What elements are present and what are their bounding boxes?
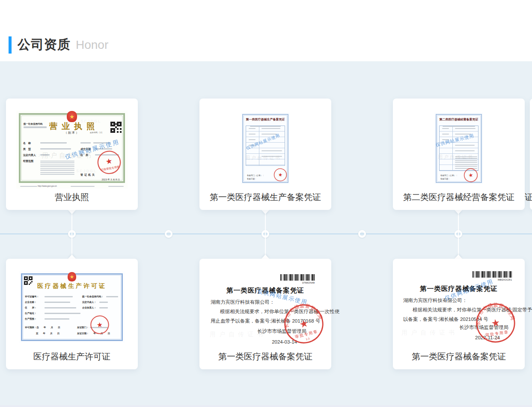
watermark-user: 用户自传证书 xyxy=(401,329,458,337)
card-connector-line xyxy=(458,210,459,259)
barcode-text: 07MION48 xyxy=(280,281,315,284)
field-address: 住 所： xyxy=(25,306,37,309)
official-seal: ★ 行政审批专用章 xyxy=(95,148,123,177)
certificate-image: 第二类医疗器械经营备案凭证 备案部门（公章）： 备案日期： ★ xyxy=(434,113,483,184)
card-business-license[interactable]: ★ 统一社会信用代码 营业执照 （副本） 副本编号：1-1 名 称 类 型 法定… xyxy=(6,99,138,210)
certificate-title: 第二类医疗器械经营备案凭证 xyxy=(434,117,483,122)
certificate-table xyxy=(439,126,479,171)
card-label: 第一类医疗器械备案凭证 xyxy=(393,351,525,362)
field-issuer: 发证部门： xyxy=(77,326,89,329)
connector-arrow-down xyxy=(68,210,76,214)
field-company: 企业名称： xyxy=(25,301,37,304)
license-title: 营业执照 xyxy=(16,121,128,132)
card-connector-line xyxy=(265,210,266,259)
svg-text:★: ★ xyxy=(468,172,473,179)
field-representative: 法定代表人： xyxy=(82,301,96,304)
field-scope-value xyxy=(40,159,74,176)
field-name-label: 名 称 xyxy=(23,141,31,145)
record-date-label: 备案日期： xyxy=(247,178,257,180)
header-accent-bar xyxy=(9,36,12,54)
timeline-node xyxy=(165,230,172,238)
license-footer: http://www.gsxt.gov.cn xyxy=(20,185,124,187)
barcode-icon xyxy=(473,271,512,278)
svg-text:★: ★ xyxy=(105,156,113,166)
section-header: 公司资质 Honor xyxy=(9,36,108,54)
card-partial-next[interactable]: 证 xyxy=(530,99,532,210)
company-line: 湖南力宾医疗科技有限公司： xyxy=(211,299,275,305)
field-status-label-blur xyxy=(80,142,91,144)
card-class1-record-2024[interactable]: 07MION48 第一类医疗器械备案凭证 湖南力宾医疗科技有限公司： 根据相关法… xyxy=(199,259,331,369)
watermark-user: 用户自传证书 xyxy=(210,331,266,338)
business-license-image: ★ 统一社会信用代码 营业执照 （副本） 副本编号：1-1 名 称 类 型 法定… xyxy=(16,111,128,189)
connector-arrow-up xyxy=(262,254,269,259)
connector-arrow-down xyxy=(455,210,462,214)
card-label: 证 xyxy=(525,192,532,203)
official-seal: ★ xyxy=(272,167,288,183)
certificate-image: 第一类医疗器械生产备案凭证 备案部门（公章）： 备案日期： ★ xyxy=(241,113,290,184)
svg-text:★: ★ xyxy=(490,317,501,329)
national-emblem-icon: ★ xyxy=(67,111,77,122)
issue-date: 2023 年 3 月 8 日 xyxy=(102,178,120,181)
card-class2-operation-record[interactable]: 第二类医疗器械经营备案凭证 备案部门（公章）： 备案日期： ★ xyxy=(393,99,525,210)
section-divider xyxy=(0,405,532,407)
official-seal: ★ xyxy=(89,314,111,336)
field-name-value xyxy=(40,142,67,144)
page: 公司资质 Honor ★ 统一社会信用代码 营业执照 （副本） xyxy=(0,0,532,407)
record-date-label: 备案日期： xyxy=(440,178,450,180)
field-license-no: 许可证编号： xyxy=(25,295,39,298)
qualifications-section: ★ 统一社会信用代码 营业执照 （副本） 副本编号：1-1 名 称 类 型 法定… xyxy=(0,61,532,407)
field-type-value xyxy=(40,148,71,150)
seal-number: 1-3 xyxy=(305,337,310,341)
watermark-user: 用户自传证书 xyxy=(245,155,281,161)
connector-arrow-down xyxy=(262,210,269,214)
timeline-node xyxy=(358,230,366,238)
record-dept-label: 备案部门（公章）： xyxy=(247,174,265,177)
license-title: 医疗器械生产许可证 xyxy=(19,282,125,290)
official-seal: 长沙市市场监督管理局 ★ 审批专用章 1-3 xyxy=(473,300,519,346)
field-scope-label: 经营范围 xyxy=(23,159,33,163)
card-label: 第一类医疗器械生产备案凭证 xyxy=(199,192,331,203)
field-production-address: 生产地址： xyxy=(25,312,37,315)
field-manager: 企业负责人： xyxy=(82,306,96,309)
national-emblem-icon: ★ xyxy=(68,272,76,281)
connector-arrow-up xyxy=(68,254,76,259)
svg-text:★: ★ xyxy=(298,317,309,330)
card-label: 第一类医疗器械备案凭证 xyxy=(199,351,331,362)
field-credit-code: 统一社会信用代码： xyxy=(82,295,104,298)
connector-arrow-up xyxy=(455,254,462,259)
field-period-to: 至 年 月 日 xyxy=(36,332,59,335)
card-connector-line xyxy=(71,210,72,259)
record-dept-label: 备案部门（公章）： xyxy=(440,174,458,177)
watermark-user: 用户自传证书 xyxy=(438,154,474,160)
gsxt-url: http://www.gsxt.gov.cn xyxy=(38,185,56,187)
license-image: ★ 医疗器械生产许可证 许可证编号： 企业名称： 住 所： 生产地址： 生产范围… xyxy=(19,271,125,343)
registrar-label: 登记机关 xyxy=(80,173,96,177)
field-type-label: 类 型 xyxy=(23,147,31,151)
page-title: 公司资质 xyxy=(18,36,71,54)
seal-number: 1-3 xyxy=(496,336,500,340)
barcode-icon xyxy=(280,274,315,281)
official-seal: ★ xyxy=(462,167,479,183)
card-class1-production-record[interactable]: 第一类医疗器械生产备案凭证 备案部门（公章）： 备案日期： ★ xyxy=(199,99,331,210)
card-label: 医疗器械生产许可证 xyxy=(6,351,138,362)
field-period-from: 许可期限：自 年 月 日 xyxy=(25,326,60,329)
svg-text:★: ★ xyxy=(278,172,283,178)
watermark-mesh: SCJDGL xyxy=(76,169,97,173)
certificate-title: 第一类医疗器械生产备案凭证 xyxy=(241,117,290,122)
card-class1-record-2022[interactable]: RBSXOCR1 第一类医疗器械备案凭证 湖南力宾医疗科技有限公司： 根据相关法… xyxy=(393,259,525,369)
svg-text:★: ★ xyxy=(96,321,103,329)
card-label: 营业执照 xyxy=(6,192,138,203)
card-production-license[interactable]: ★ 医疗器械生产许可证 许可证编号： 企业名称： 住 所： 生产地址： 生产范围… xyxy=(6,259,138,369)
page-title-en: Honor xyxy=(76,38,108,52)
field-production-scope: 生产范围： xyxy=(25,317,37,320)
card-label: 第二类医疗器械经营备案凭证 xyxy=(393,192,525,203)
seal-label: 审批专用章 xyxy=(485,330,509,338)
watermark-mesh: SCJDGL xyxy=(80,119,101,123)
